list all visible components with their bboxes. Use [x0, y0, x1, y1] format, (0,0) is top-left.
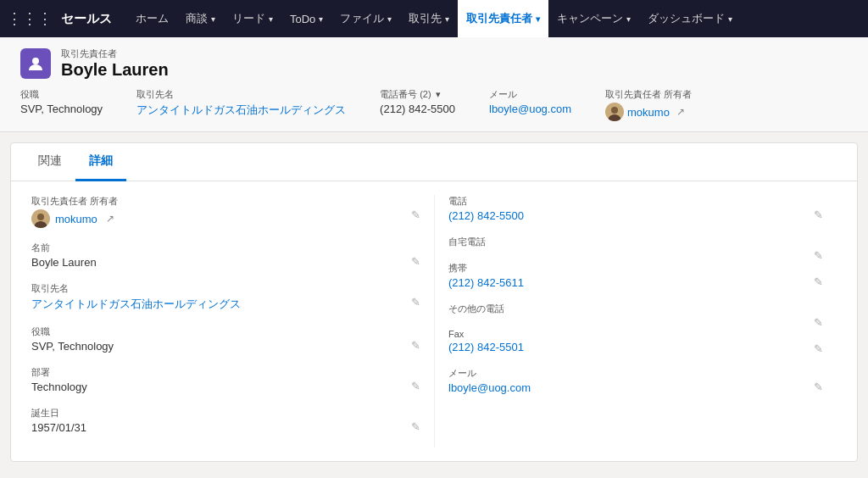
field-home-phone: 自宅電話 ✎: [448, 236, 823, 248]
nav-bar: ⋮⋮⋮ セールス ホーム 商談 ▾ リード ▾ ToDo ▾ ファイル ▾ 取引…: [0, 0, 868, 37]
edit-phone-icon[interactable]: ✎: [814, 208, 823, 221]
field-fax: Fax (212) 842-5501 ✎: [448, 329, 823, 353]
email-link[interactable]: lboyle@uog.com: [489, 103, 571, 115]
field-email: メール lboyle@uog.com ✎: [448, 367, 823, 394]
contact-header: 取引先責任者 Boyle Lauren 役職 SVP, Technology 取…: [0, 37, 868, 132]
nav-item-leads[interactable]: リード ▾: [224, 0, 281, 37]
account-link[interactable]: アンタイトルドガス石油ホールディングス: [136, 103, 346, 118]
tabs-bar: 関連 詳細: [11, 143, 857, 181]
nav-item-accounts[interactable]: 取引先 ▾: [400, 0, 458, 37]
contact-name: Boyle Lauren: [61, 60, 169, 80]
phone-dropdown-icon[interactable]: ▾: [436, 89, 441, 99]
field-department: 部署 Technology ✎: [31, 366, 420, 393]
edit-role-icon[interactable]: ✎: [411, 339, 420, 352]
owner-share-icon[interactable]: ↗: [676, 106, 685, 118]
svg-point-0: [32, 58, 39, 64]
nav-item-contacts[interactable]: 取引先責任者 ▾: [458, 0, 548, 37]
chevron-icon: ▾: [536, 14, 540, 24]
detail-account-link[interactable]: アンタイトルドガス石油ホールディングス: [31, 297, 420, 312]
edit-birthday-icon[interactable]: ✎: [411, 420, 420, 433]
field-owner: 取引先責任者 所有者 mokumo ↗ ✎: [31, 195, 420, 228]
nav-item-todo[interactable]: ToDo ▾: [281, 0, 331, 37]
detail-owner-share-icon[interactable]: ↗: [106, 213, 114, 225]
contact-type-icon: [20, 48, 51, 79]
meta-owner: 取引先責任者 所有者 mokumo ↗: [605, 88, 692, 121]
nav-item-home[interactable]: ホーム: [127, 0, 177, 37]
chevron-icon: ▾: [211, 14, 215, 24]
meta-phone: 電話番号 (2) ▾ (212) 842-5500: [380, 88, 455, 121]
edit-name-icon[interactable]: ✎: [411, 255, 420, 268]
field-name: 名前 Boyle Lauren ✎: [31, 242, 420, 269]
tab-related[interactable]: 関連: [25, 143, 75, 181]
detail-section: 取引先責任者 所有者 mokumo ↗ ✎ 名前: [11, 181, 857, 461]
content-area: 関連 詳細 取引先責任者 所有者 mokumo: [10, 142, 858, 462]
chevron-icon: ▾: [728, 14, 732, 24]
edit-owner-icon[interactable]: ✎: [411, 208, 420, 221]
tab-detail[interactable]: 詳細: [75, 143, 126, 181]
edit-fax-icon[interactable]: ✎: [814, 342, 823, 355]
owner-avatar: [605, 103, 624, 121]
nav-item-campaigns[interactable]: キャンペーン ▾: [548, 0, 639, 37]
owner-name-link[interactable]: mokumo: [627, 106, 670, 119]
detail-left-col: 取引先責任者 所有者 mokumo ↗ ✎ 名前: [31, 195, 434, 447]
field-other-phone: その他の電話 ✎: [448, 303, 823, 315]
edit-home-phone-icon[interactable]: ✎: [814, 249, 823, 262]
field-phone: 電話 (212) 842-5500 ✎: [448, 195, 823, 222]
edit-account-icon[interactable]: ✎: [411, 296, 420, 308]
detail-phone-link[interactable]: (212) 842-5500: [448, 209, 823, 222]
contact-meta-bar: 役職 SVP, Technology 取引先名 アンタイトルドガス石油ホールディ…: [20, 88, 848, 131]
app-name: セールス: [61, 11, 112, 27]
edit-other-phone-icon[interactable]: ✎: [814, 316, 823, 329]
meta-role: 役職 SVP, Technology: [20, 88, 103, 121]
meta-email: メール lboyle@uog.com: [489, 88, 571, 121]
detail-email-link[interactable]: lboyle@uog.com: [448, 381, 823, 394]
nav-item-files[interactable]: ファイル ▾: [331, 0, 400, 37]
detail-mobile-link[interactable]: (212) 842-5611: [448, 276, 823, 289]
chevron-icon: ▾: [319, 14, 323, 24]
detail-fax-link[interactable]: (212) 842-5501: [448, 341, 823, 353]
meta-account: 取引先名 アンタイトルドガス石油ホールディングス: [136, 88, 346, 121]
detail-right-col: 電話 (212) 842-5500 ✎ 自宅電話 ✎ 携帯 (212) 842-…: [434, 195, 837, 447]
svg-point-2: [611, 107, 618, 114]
field-role: 役職 SVP, Technology ✎: [31, 325, 420, 353]
grid-icon[interactable]: ⋮⋮⋮: [7, 9, 53, 28]
detail-owner-avatar: [31, 209, 50, 228]
chevron-icon: ▾: [626, 14, 631, 24]
nav-item-dashboard[interactable]: ダッシュボード ▾: [639, 0, 741, 37]
nav-item-deals[interactable]: 商談 ▾: [177, 0, 224, 37]
edit-department-icon[interactable]: ✎: [411, 380, 420, 392]
field-account-name: 取引先名 アンタイトルドガス石油ホールディングス ✎: [31, 282, 420, 312]
field-mobile: 携帯 (212) 842-5611 ✎: [448, 262, 823, 289]
detail-owner-link[interactable]: mokumo: [55, 213, 97, 225]
chevron-icon: ▾: [269, 14, 273, 24]
record-type-label: 取引先責任者: [61, 47, 169, 60]
svg-point-4: [37, 214, 44, 220]
chevron-icon: ▾: [387, 14, 392, 24]
edit-mobile-icon[interactable]: ✎: [814, 275, 823, 288]
edit-email-icon[interactable]: ✎: [814, 381, 823, 393]
chevron-icon: ▾: [445, 14, 449, 24]
field-birthday: 誕生日 1957/01/31 ✎: [31, 407, 420, 434]
